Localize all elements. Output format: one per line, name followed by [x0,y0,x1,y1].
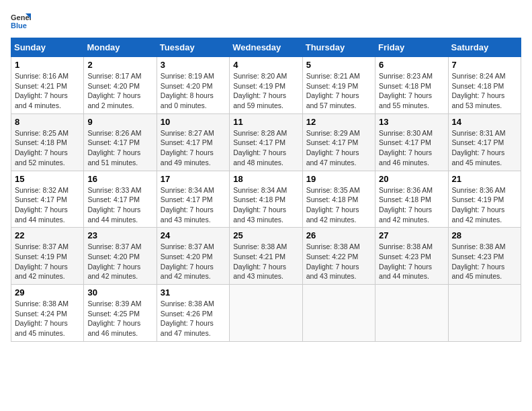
day-info: Sunrise: 8:38 AMSunset: 4:23 PMDaylight:… [452,242,517,281]
col-header-thursday: Thursday [302,38,375,57]
day-number: 28 [452,230,517,240]
day-cell: 12Sunrise: 8:29 AMSunset: 4:17 PMDayligh… [302,113,375,171]
day-number: 29 [15,287,80,298]
day-info: Sunrise: 8:17 AMSunset: 4:20 PMDaylight:… [87,71,152,111]
day-number: 11 [233,117,298,127]
day-number: 9 [87,117,152,127]
svg-text:Blue: Blue [11,21,27,30]
day-info: Sunrise: 8:28 AMSunset: 4:17 PMDaylight:… [233,128,298,168]
day-cell: 13Sunrise: 8:30 AMSunset: 4:17 PMDayligh… [375,113,448,171]
day-number: 7 [452,60,517,70]
day-info: Sunrise: 8:38 AMSunset: 4:22 PMDaylight:… [306,242,371,281]
day-number: 21 [452,174,517,184]
day-info: Sunrise: 8:34 AMSunset: 4:18 PMDaylight:… [233,185,298,225]
day-number: 26 [306,230,371,240]
day-number: 19 [306,174,371,184]
day-cell: 18Sunrise: 8:34 AMSunset: 4:18 PMDayligh… [230,171,302,228]
day-number: 18 [233,174,298,184]
day-info: Sunrise: 8:35 AMSunset: 4:18 PMDaylight:… [306,185,371,225]
week-row-1: 1Sunrise: 8:16 AMSunset: 4:21 PMDaylight… [11,57,521,114]
day-number: 16 [87,174,152,184]
day-cell: 9Sunrise: 8:26 AMSunset: 4:17 PMDaylight… [84,113,157,171]
col-header-wednesday: Wednesday [230,38,302,57]
col-header-monday: Monday [84,38,157,57]
day-cell: 17Sunrise: 8:34 AMSunset: 4:17 PMDayligh… [157,171,229,228]
day-info: Sunrise: 8:38 AMSunset: 4:24 PMDaylight:… [15,299,80,338]
day-info: Sunrise: 8:29 AMSunset: 4:17 PMDaylight:… [306,128,371,168]
day-number: 1 [15,60,80,70]
calendar-body: 1Sunrise: 8:16 AMSunset: 4:21 PMDaylight… [11,57,521,342]
day-number: 4 [233,60,298,70]
logo-icon: General Blue [11,11,31,31]
day-number: 5 [306,60,371,70]
day-cell: 16Sunrise: 8:33 AMSunset: 4:17 PMDayligh… [84,171,157,228]
day-number: 31 [161,287,226,298]
col-header-saturday: Saturday [448,38,521,57]
day-cell: 15Sunrise: 8:32 AMSunset: 4:17 PMDayligh… [11,171,84,228]
day-cell: 25Sunrise: 8:38 AMSunset: 4:21 PMDayligh… [230,228,302,285]
day-info: Sunrise: 8:37 AMSunset: 4:19 PMDaylight:… [15,242,80,281]
day-cell: 29Sunrise: 8:38 AMSunset: 4:24 PMDayligh… [11,285,84,342]
page-header: General Blue [11,11,521,31]
day-cell: 5Sunrise: 8:21 AMSunset: 4:19 PMDaylight… [302,57,375,114]
day-info: Sunrise: 8:25 AMSunset: 4:18 PMDaylight:… [15,128,80,168]
day-info: Sunrise: 8:38 AMSunset: 4:26 PMDaylight:… [161,299,226,338]
day-number: 12 [306,117,371,127]
day-cell: 27Sunrise: 8:38 AMSunset: 4:23 PMDayligh… [375,228,448,285]
day-info: Sunrise: 8:37 AMSunset: 4:20 PMDaylight:… [161,242,226,281]
day-number: 24 [161,230,226,240]
day-number: 17 [161,174,226,184]
day-info: Sunrise: 8:23 AMSunset: 4:18 PMDaylight:… [379,71,444,111]
day-cell: 31Sunrise: 8:38 AMSunset: 4:26 PMDayligh… [157,285,229,342]
day-cell: 7Sunrise: 8:24 AMSunset: 4:18 PMDaylight… [448,57,521,114]
week-row-3: 15Sunrise: 8:32 AMSunset: 4:17 PMDayligh… [11,171,521,228]
day-cell: 19Sunrise: 8:35 AMSunset: 4:18 PMDayligh… [302,171,375,228]
day-number: 8 [15,117,80,127]
day-number: 14 [452,117,517,127]
day-cell: 1Sunrise: 8:16 AMSunset: 4:21 PMDaylight… [11,57,84,114]
day-number: 2 [87,60,152,70]
day-number: 13 [379,117,444,127]
day-info: Sunrise: 8:20 AMSunset: 4:19 PMDaylight:… [233,71,298,111]
day-cell [302,285,375,342]
day-cell: 21Sunrise: 8:36 AMSunset: 4:19 PMDayligh… [448,171,521,228]
day-number: 30 [87,287,152,298]
col-header-friday: Friday [375,38,448,57]
day-info: Sunrise: 8:19 AMSunset: 4:20 PMDaylight:… [161,71,226,111]
week-row-4: 22Sunrise: 8:37 AMSunset: 4:19 PMDayligh… [11,228,521,285]
day-cell: 2Sunrise: 8:17 AMSunset: 4:20 PMDaylight… [84,57,157,114]
day-cell: 14Sunrise: 8:31 AMSunset: 4:17 PMDayligh… [448,113,521,171]
day-info: Sunrise: 8:39 AMSunset: 4:25 PMDaylight:… [87,299,152,338]
day-cell: 26Sunrise: 8:38 AMSunset: 4:22 PMDayligh… [302,228,375,285]
col-header-sunday: Sunday [11,38,84,57]
day-cell: 30Sunrise: 8:39 AMSunset: 4:25 PMDayligh… [84,285,157,342]
logo: General Blue [11,11,31,31]
day-info: Sunrise: 8:31 AMSunset: 4:17 PMDaylight:… [452,128,517,168]
day-number: 10 [161,117,226,127]
day-number: 22 [15,230,80,240]
col-header-tuesday: Tuesday [157,38,229,57]
day-cell: 24Sunrise: 8:37 AMSunset: 4:20 PMDayligh… [157,228,229,285]
day-info: Sunrise: 8:30 AMSunset: 4:17 PMDaylight:… [379,128,444,168]
day-cell [230,285,302,342]
day-cell: 6Sunrise: 8:23 AMSunset: 4:18 PMDaylight… [375,57,448,114]
calendar-table: SundayMondayTuesdayWednesdayThursdayFrid… [11,38,521,342]
calendar-header-row: SundayMondayTuesdayWednesdayThursdayFrid… [11,38,521,57]
day-cell: 8Sunrise: 8:25 AMSunset: 4:18 PMDaylight… [11,113,84,171]
day-cell: 28Sunrise: 8:38 AMSunset: 4:23 PMDayligh… [448,228,521,285]
day-cell: 3Sunrise: 8:19 AMSunset: 4:20 PMDaylight… [157,57,229,114]
day-cell: 23Sunrise: 8:37 AMSunset: 4:20 PMDayligh… [84,228,157,285]
day-number: 15 [15,174,80,184]
day-cell: 4Sunrise: 8:20 AMSunset: 4:19 PMDaylight… [230,57,302,114]
day-cell [448,285,521,342]
day-info: Sunrise: 8:16 AMSunset: 4:21 PMDaylight:… [15,71,80,111]
day-info: Sunrise: 8:27 AMSunset: 4:17 PMDaylight:… [161,128,226,168]
day-info: Sunrise: 8:37 AMSunset: 4:20 PMDaylight:… [87,242,152,281]
day-cell: 20Sunrise: 8:36 AMSunset: 4:18 PMDayligh… [375,171,448,228]
week-row-5: 29Sunrise: 8:38 AMSunset: 4:24 PMDayligh… [11,285,521,342]
day-info: Sunrise: 8:34 AMSunset: 4:17 PMDaylight:… [161,185,226,225]
day-cell: 22Sunrise: 8:37 AMSunset: 4:19 PMDayligh… [11,228,84,285]
day-number: 25 [233,230,298,240]
day-number: 23 [87,230,152,240]
day-info: Sunrise: 8:36 AMSunset: 4:18 PMDaylight:… [379,185,444,225]
